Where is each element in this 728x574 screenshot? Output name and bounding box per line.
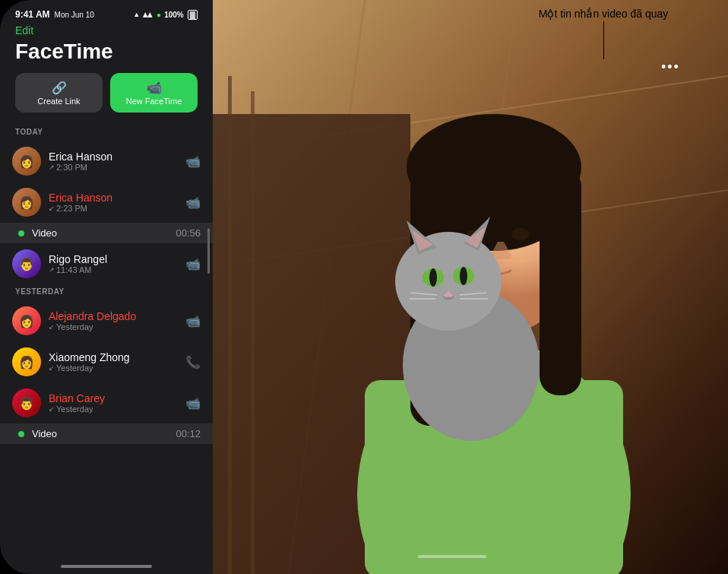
avatar-erica2: 👩 — [12, 188, 41, 217]
section-yesterday: YESTERDAY — [0, 284, 213, 300]
edit-button[interactable]: Edit — [0, 24, 213, 40]
call-item-alejandra[interactable]: 👩 Alejandra Delgado ↙ Yesterday 📹 — [0, 300, 213, 341]
svg-point-27 — [460, 267, 467, 285]
call-name: Xiaomeng Zhong — [49, 351, 178, 363]
new-facetime-label: New FaceTime — [126, 97, 182, 106]
svg-rect-8 — [251, 91, 255, 574]
call-time: ↗ 11:43 AM — [49, 265, 178, 274]
incoming-arrow-icon: ↙ — [49, 323, 55, 331]
call-time: ↙ Yesterday — [49, 404, 178, 414]
svg-point-26 — [429, 268, 437, 287]
call-info-xiaomeng: Xiaomeng Zhong ↙ Yesterday — [49, 351, 178, 373]
page-title: FaceTime — [0, 40, 213, 73]
call-item-rigo[interactable]: 👨 Rigo Rangel ↗ 11:43 AM 📹 — [0, 243, 213, 284]
link-icon: 🔗 — [52, 81, 67, 95]
annotation-text: Một tin nhắn video đã quay — [539, 8, 669, 20]
annotation-line — [603, 21, 604, 59]
battery-text: 100% — [164, 11, 184, 19]
app-container: 9:41 AM Mon Jun 10 ▲ ▴▴ ● 100% ▓ Edit Fa… — [0, 0, 728, 574]
outgoing-arrow-icon: ↗ — [49, 266, 55, 274]
video-call-icon[interactable]: 📹 — [185, 314, 201, 328]
avatar-brian: 👨 — [12, 388, 41, 417]
create-link-button[interactable]: 🔗 Create Link — [15, 73, 103, 113]
svg-point-17 — [511, 228, 530, 240]
new-facetime-button[interactable]: 📹 New FaceTime — [110, 73, 198, 113]
video-message-row-brian[interactable]: Video 00:12 — [0, 423, 213, 444]
wifi-icon: ▴▴ — [143, 9, 152, 20]
call-time: ↙ Yesterday — [49, 322, 178, 331]
call-name: Erica Hanson — [49, 151, 178, 163]
home-indicator — [61, 565, 152, 568]
video-duration: 00:56 — [176, 227, 201, 239]
create-link-label: Create Link — [37, 97, 80, 106]
call-info-alejandra: Alejandra Delgado ↙ Yesterday — [49, 310, 178, 331]
video-label: Video — [32, 227, 168, 239]
video-label: Video — [32, 428, 168, 439]
call-item-erica2[interactable]: 👩 Erica Hanson ↙ 2:23 PM 📹 — [0, 182, 213, 223]
photo-panel: ••• Một tin nhắn video đã quay — [213, 0, 728, 574]
video-call-icon[interactable]: 📹 — [185, 154, 201, 169]
call-info-rigo: Rigo Rangel ↗ 11:43 AM — [49, 253, 178, 274]
phone-call-icon[interactable]: 📞 — [185, 355, 201, 369]
svg-rect-33 — [418, 555, 486, 558]
status-date: Mon Jun 10 — [55, 11, 94, 19]
avatar-alejandra: 👩 — [12, 306, 41, 335]
photo-background — [213, 0, 728, 574]
scroll-indicator — [207, 228, 210, 274]
video-duration: 00:12 — [176, 428, 201, 439]
sidebar: 9:41 AM Mon Jun 10 ▲ ▴▴ ● 100% ▓ Edit Fa… — [0, 0, 213, 574]
avatar-rigo: 👨 — [12, 249, 41, 278]
incoming-arrow-icon: ↙ — [49, 405, 55, 413]
call-item-brian[interactable]: 👨 Brian Carey ↙ Yesterday 📹 — [0, 382, 213, 423]
unread-dot — [18, 431, 24, 437]
outgoing-arrow-icon: ↙ — [49, 364, 55, 372]
call-info-erica1: Erica Hanson ↗ 2:30 PM — [49, 151, 178, 172]
call-info-erica2: Erica Hanson ↙ 2:23 PM — [49, 192, 178, 213]
svg-rect-7 — [228, 76, 232, 574]
status-right: ▲ ▴▴ ● 100% ▓ — [133, 9, 198, 20]
status-time: 9:41 AM — [15, 9, 50, 20]
svg-point-15 — [407, 114, 581, 220]
call-time: ↗ 2:30 PM — [49, 163, 178, 172]
annotation: Một tin nhắn video đã quay — [479, 8, 728, 59]
video-call-icon[interactable]: 📹 — [185, 257, 201, 271]
call-name-missed: Erica Hanson — [49, 192, 178, 204]
video-call-icon[interactable]: 📹 — [185, 195, 201, 210]
call-item-erica1[interactable]: 👩 Erica Hanson ↗ 2:30 PM 📹 — [0, 141, 213, 182]
call-item-xiaomeng[interactable]: 👩 Xiaomeng Zhong ↙ Yesterday 📞 — [0, 341, 213, 382]
battery-icon: ▓ — [188, 10, 198, 20]
action-buttons: 🔗 Create Link 📹 New FaceTime — [0, 73, 213, 125]
incoming-arrow-icon: ↙ — [49, 205, 55, 212]
avatar-xiaomeng: 👩 — [12, 347, 41, 376]
status-bar: 9:41 AM Mon Jun 10 ▲ ▴▴ ● 100% ▓ — [0, 0, 213, 24]
call-time: ↙ 2:23 PM — [49, 204, 178, 213]
video-call-icon[interactable]: 📹 — [185, 396, 201, 411]
call-info-brian: Brian Carey ↙ Yesterday — [49, 392, 178, 414]
call-time: ↙ Yesterday — [49, 363, 178, 373]
call-name-missed: Alejandra Delgado — [49, 310, 178, 322]
signal-icon: ▲ — [133, 11, 140, 18]
call-name-missed: Brian Carey — [49, 392, 178, 404]
call-list: TODAY 👩 Erica Hanson ↗ 2:30 PM 📹 — [0, 125, 213, 547]
dots-menu[interactable]: ••• — [661, 59, 680, 75]
video-message-row-erica[interactable]: Video 00:56 — [0, 223, 213, 243]
outgoing-arrow-icon: ↗ — [49, 163, 55, 171]
svg-point-19 — [395, 232, 502, 331]
call-name: Rigo Rangel — [49, 253, 178, 265]
avatar-erica1: 👩 — [12, 147, 41, 176]
unread-dot — [18, 230, 24, 236]
section-today: TODAY — [0, 125, 213, 141]
video-camera-icon: 📹 — [147, 81, 162, 95]
